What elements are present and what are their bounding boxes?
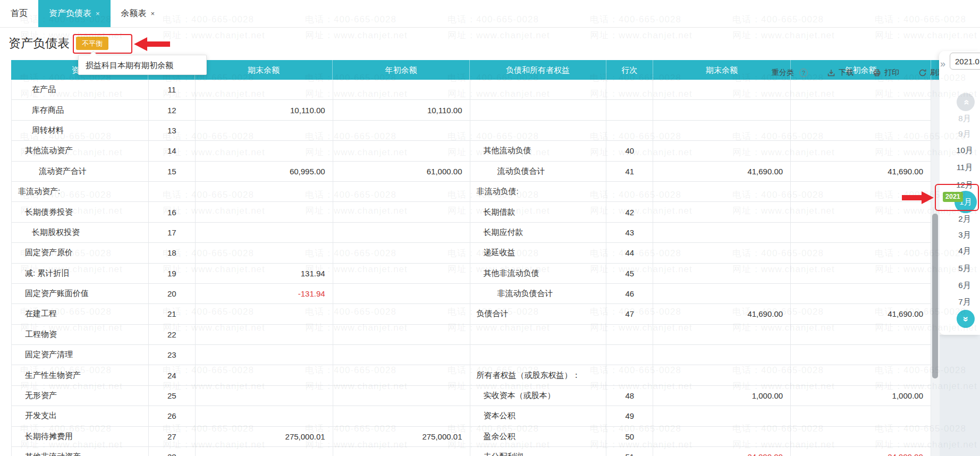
cell-asset-label: 在建工程 bbox=[12, 304, 149, 324]
collapse-panel-icon[interactable]: » bbox=[940, 58, 945, 70]
cell-liab-no: 50 bbox=[606, 427, 653, 446]
period-input[interactable] bbox=[950, 53, 980, 70]
cell-liab-no bbox=[606, 325, 653, 344]
cell-asset-begin bbox=[333, 325, 470, 344]
stage: 首页资产负债表×余额表× 资产负债表 不平衡 重分类 ? 下载 bbox=[0, 0, 980, 456]
cell-liab-begin bbox=[791, 121, 931, 140]
tab-label: 资产负债表 bbox=[49, 8, 91, 19]
cell-asset-end bbox=[196, 447, 333, 456]
toolbar: 重分类 ? 下载 打印 bbox=[772, 66, 945, 80]
status-badge[interactable]: 不平衡 bbox=[76, 37, 108, 50]
cell-asset-label: 开发支出 bbox=[12, 406, 149, 426]
cell-liab-no: 43 bbox=[606, 223, 653, 242]
cell-asset-label: 减: 累计折旧 bbox=[12, 264, 149, 283]
cell-liab-no bbox=[606, 182, 653, 201]
cell-liab-end bbox=[653, 141, 791, 161]
cell-liab-label: 负债合计 bbox=[470, 304, 607, 324]
tab-close-icon[interactable]: × bbox=[151, 10, 155, 18]
scroll-months-down-icon[interactable]: » bbox=[957, 310, 975, 328]
cell-liab-label: 其他流动负债 bbox=[470, 141, 607, 161]
download-button[interactable]: 下载 bbox=[827, 68, 854, 78]
cell-liab-end bbox=[653, 100, 791, 120]
cell-asset-no: 13 bbox=[149, 121, 196, 140]
cell-asset-end bbox=[196, 345, 333, 365]
print-button[interactable]: 打印 bbox=[873, 68, 899, 78]
cell-asset-label: 长期股权投资 bbox=[12, 223, 149, 242]
cell-asset-end bbox=[196, 223, 333, 242]
cell-liab-no: 42 bbox=[606, 202, 653, 222]
month-item[interactable]: 7月 bbox=[949, 294, 980, 309]
cell-asset-begin bbox=[333, 345, 470, 365]
cell-asset-no: 20 bbox=[149, 284, 196, 303]
cell-asset-label: 长期待摊费用 bbox=[12, 427, 149, 446]
cell-asset-begin bbox=[333, 447, 470, 456]
header-cell: 期末余额 bbox=[653, 60, 791, 80]
tab-label: 首页 bbox=[11, 8, 28, 19]
table-row: 开发支出26资本公积49 bbox=[12, 406, 931, 426]
cell-liab-label: 非流动负债合计 bbox=[470, 284, 607, 303]
cell-asset-label: 无形资产 bbox=[12, 386, 149, 406]
month-item[interactable]: 4月 bbox=[949, 243, 980, 258]
cell-liab-begin bbox=[791, 141, 931, 161]
cell-liab-begin bbox=[791, 345, 931, 365]
cell-liab-end bbox=[653, 223, 791, 242]
month-item[interactable]: 10月 bbox=[949, 143, 980, 158]
cell-asset-no: 19 bbox=[149, 264, 196, 283]
cell-liab-end bbox=[653, 365, 791, 385]
reclassify-button[interactable]: 重分类 ? bbox=[772, 68, 808, 78]
cell-asset-no: 24 bbox=[149, 365, 196, 385]
cell-liab-end: 1,000.00 bbox=[653, 386, 791, 406]
cell-liab-begin: 41,690.00 bbox=[791, 162, 931, 181]
cell-liab-label bbox=[470, 80, 607, 99]
cell-asset-no: 12 bbox=[149, 100, 196, 120]
cell-asset-begin: 275,000.01 bbox=[333, 427, 470, 446]
header-cell: 负债和所有者权益 bbox=[470, 60, 606, 80]
table-row: 周转材料13 bbox=[12, 121, 931, 141]
tab-close-icon[interactable]: × bbox=[96, 10, 100, 18]
cell-liab-begin bbox=[791, 80, 931, 99]
header-cell: 年初余额 bbox=[333, 60, 470, 80]
month-item[interactable]: 6月 bbox=[949, 278, 980, 293]
month-item[interactable]: 9月 bbox=[949, 126, 980, 141]
cell-liab-begin: -24,999.99 bbox=[791, 447, 931, 456]
cell-liab-label: 长期借款 bbox=[470, 202, 607, 222]
cell-liab-no: 41 bbox=[606, 162, 653, 181]
cell-liab-end bbox=[653, 182, 791, 201]
tab-2[interactable]: 余额表× bbox=[111, 0, 166, 27]
table-row: 长期债券投资16长期借款42 bbox=[12, 202, 931, 222]
table-row: 无形资产25实收资本（或股本）481,000.001,000.00 bbox=[12, 386, 931, 406]
cell-asset-label: 固定资产原价 bbox=[12, 243, 149, 263]
cell-asset-end bbox=[196, 325, 333, 344]
table-row: 长期待摊费用27275,000.01275,000.01盈余公积50 bbox=[12, 427, 931, 447]
cell-asset-end bbox=[196, 182, 333, 201]
cell-asset-no: 17 bbox=[149, 223, 196, 242]
cell-asset-label: 固定资产清理 bbox=[12, 345, 149, 365]
scroll-months-up-icon[interactable]: » bbox=[957, 93, 975, 111]
cell-asset-label: 其他非流动资产 bbox=[12, 447, 149, 456]
month-item[interactable]: 12月 bbox=[949, 178, 980, 192]
table-row: 其他流动资产14其他流动负债40 bbox=[12, 141, 931, 161]
month-item[interactable]: 11月 bbox=[949, 160, 980, 175]
cell-asset-no: 28 bbox=[149, 447, 196, 456]
month-item[interactable]: 5月 bbox=[949, 261, 980, 276]
cell-asset-no: 22 bbox=[149, 325, 196, 344]
cell-asset-begin bbox=[333, 121, 470, 140]
cell-liab-no bbox=[606, 345, 653, 365]
cell-asset-no: 14 bbox=[149, 141, 196, 161]
help-icon[interactable]: ? bbox=[799, 69, 808, 77]
cell-liab-begin bbox=[791, 243, 931, 263]
month-item[interactable]: 2月 bbox=[949, 212, 980, 226]
cell-asset-begin bbox=[333, 182, 470, 201]
cell-liab-label: 流动负债合计 bbox=[470, 162, 607, 181]
month-item[interactable]: 8月 bbox=[949, 111, 980, 126]
scrollbar-thumb[interactable] bbox=[932, 214, 938, 378]
download-label: 下载 bbox=[839, 68, 854, 78]
cell-asset-label: 工程物资 bbox=[12, 325, 149, 344]
cell-liab-no: 44 bbox=[606, 243, 653, 263]
cell-liab-label bbox=[470, 100, 607, 120]
cell-liab-end bbox=[653, 202, 791, 222]
cell-asset-begin bbox=[333, 284, 470, 303]
tab-0[interactable]: 首页 bbox=[0, 0, 38, 27]
tab-1[interactable]: 资产负债表× bbox=[38, 0, 111, 27]
month-item[interactable]: 3月 bbox=[949, 227, 980, 242]
